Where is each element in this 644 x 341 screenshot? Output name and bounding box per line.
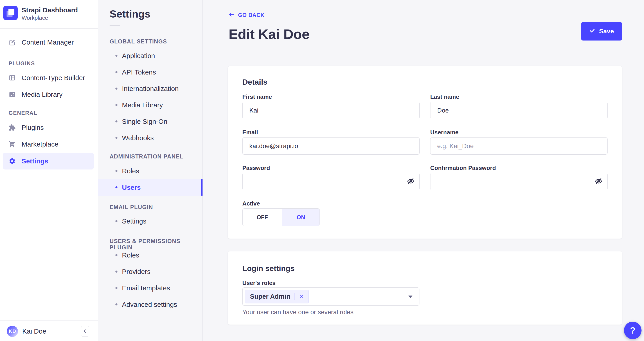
subnav-item-admin-users[interactable]: Users (98, 179, 202, 196)
roles-helper-text: Your user can have one or several roles (242, 309, 608, 315)
active-toggle-off[interactable]: OFF (242, 209, 282, 226)
subnav-item-label: Email templates (122, 284, 170, 292)
email-input[interactable] (242, 137, 420, 155)
settings-gear-icon (8, 158, 16, 165)
first-name-field-group: First name (242, 94, 420, 119)
confirmation-password-label: Confirmation Password (430, 165, 608, 171)
username-input[interactable] (430, 137, 608, 155)
subnav-title: Settings (110, 8, 150, 19)
sidebar-item-label: Plugins (22, 124, 44, 132)
username-label: Username (430, 129, 608, 136)
media-library-icon (8, 91, 16, 98)
remove-role-button[interactable] (297, 292, 306, 302)
first-name-input[interactable] (242, 102, 420, 119)
subnav-item-label: Roles (122, 252, 139, 259)
collapse-sidebar-button[interactable] (81, 326, 89, 337)
password-input[interactable] (242, 173, 420, 190)
subnav-item-label: Advanced settings (122, 301, 177, 308)
question-mark-icon: ? (630, 326, 636, 336)
toggle-confirmation-password-visibility-button[interactable] (592, 175, 605, 188)
save-button[interactable]: Save (581, 22, 622, 40)
active-toggle[interactable]: OFF ON (242, 208, 320, 226)
active-toggle-on[interactable]: ON (282, 209, 320, 226)
username-field-group: Username (430, 129, 608, 155)
check-icon (589, 28, 595, 35)
page-title: Edit Kai Doe (228, 26, 310, 42)
subnav-item-up-roles[interactable]: Roles (98, 247, 202, 263)
last-name-input[interactable] (430, 102, 608, 119)
subnav-item-media-library[interactable]: Media Library (98, 97, 202, 113)
subnav-item-label: Media Library (122, 101, 163, 109)
eye-off-icon (595, 177, 602, 186)
subnav-item-single-sign-on[interactable]: Single Sign-On (98, 113, 202, 130)
main-sidebar: Strapi Dashboard Workplace Content Manag… (0, 0, 98, 341)
chevron-down-icon (408, 296, 412, 298)
subnav-section-administration-panel: ADMINISTRATION PANEL (110, 153, 184, 160)
subnav-item-label: Roles (122, 167, 139, 175)
save-button-label: Save (599, 28, 614, 35)
subnav-section-email-plugin: EMAIL PLUGIN (110, 204, 153, 210)
email-label: Email (242, 129, 420, 136)
go-back-label: GO BACK (238, 12, 264, 18)
login-settings-card: Login settings User's roles Super Admin … (228, 252, 622, 324)
subnav-item-providers[interactable]: Providers (98, 263, 202, 280)
eye-off-icon (407, 177, 414, 186)
sidebar-item-label: Content-Type Builder (22, 74, 85, 82)
sidebar-item-content-type-builder[interactable]: Content-Type Builder (0, 70, 98, 86)
subnav-item-advanced-settings[interactable]: Advanced settings (98, 296, 202, 313)
back-arrow-icon (228, 12, 234, 18)
subnav-title-divider (110, 25, 120, 26)
sidebar-divider (0, 28, 98, 28)
password-field-group: Password (242, 165, 420, 190)
subnav-item-label: Providers (122, 268, 150, 276)
help-button[interactable]: ? (624, 322, 642, 339)
subnav-item-label: Application (122, 52, 155, 60)
go-back-link[interactable]: GO BACK (228, 12, 264, 18)
subnav-item-label: Users (122, 184, 141, 191)
subnav-item-email-templates[interactable]: Email templates (98, 280, 202, 296)
marketplace-cart-icon (8, 141, 16, 148)
subnav-item-application[interactable]: Application (98, 48, 202, 64)
subnav-item-email-settings[interactable]: Settings (98, 213, 202, 229)
confirmation-password-input[interactable] (430, 173, 608, 190)
subnav-item-label: Webhooks (122, 134, 154, 142)
role-tag-label: Super Admin (250, 293, 290, 300)
subnav-item-internationalization[interactable]: Internationalization (98, 80, 202, 97)
sidebar-footer-divider (0, 320, 98, 320)
sidebar-item-marketplace[interactable]: Marketplace (0, 136, 98, 152)
main-content: GO BACK Edit Kai Doe Save Details First … (203, 0, 644, 341)
subnav-item-label: Internationalization (122, 85, 179, 92)
brand-title: Strapi Dashboard (22, 6, 78, 14)
details-card: Details First name Last name Email Usern… (228, 66, 622, 238)
active-field-group: Active OFF ON (242, 200, 420, 226)
users-roles-select[interactable]: Super Admin (242, 288, 420, 306)
sidebar-item-label: Media Library (22, 91, 62, 98)
confirmation-password-field-group: Confirmation Password (430, 165, 608, 190)
sidebar-item-plugins[interactable]: Plugins (0, 119, 98, 136)
subnav-item-webhooks[interactable]: Webhooks (98, 130, 202, 146)
sidebar-item-settings[interactable]: Settings (3, 152, 94, 170)
plugins-puzzle-icon (8, 124, 16, 131)
details-card-title: Details (228, 66, 622, 86)
email-field-group: Email (242, 129, 420, 155)
workplace-brand[interactable]: Strapi Dashboard Workplace (3, 6, 78, 21)
current-user[interactable]: KD Kai Doe (7, 326, 46, 337)
last-name-field-group: Last name (430, 94, 608, 119)
toggle-password-visibility-button[interactable] (404, 175, 417, 188)
subnav-section-global-settings: GLOBAL SETTINGS (110, 38, 167, 44)
strapi-admin-screen: Strapi Dashboard Workplace Content Manag… (0, 0, 644, 341)
role-tag-separator (294, 293, 294, 300)
role-tag-super-admin: Super Admin (245, 290, 309, 304)
sidebar-item-content-manager[interactable]: Content Manager (0, 34, 98, 51)
sidebar-item-media-library[interactable]: Media Library (0, 86, 98, 103)
subnav-item-admin-roles[interactable]: Roles (98, 163, 202, 179)
subnav-item-api-tokens[interactable]: API Tokens (98, 64, 202, 80)
content-type-builder-icon (8, 74, 16, 82)
subnav-item-label: Single Sign-On (122, 118, 168, 125)
chevron-left-icon (82, 328, 88, 334)
login-settings-title: Login settings (228, 252, 622, 272)
first-name-label: First name (242, 94, 420, 100)
subnav-item-label: Settings (122, 218, 146, 225)
brand-workplace: Workplace (22, 14, 78, 21)
close-icon (299, 294, 304, 299)
